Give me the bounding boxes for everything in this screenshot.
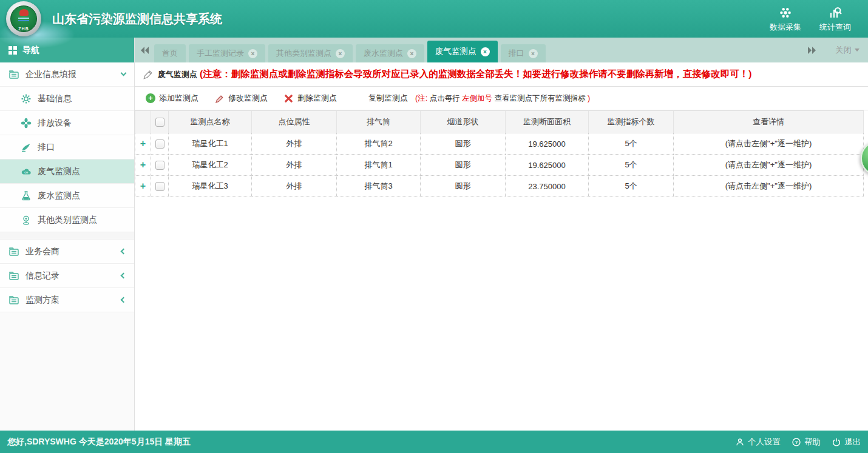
- tab-waste-water-points[interactable]: 废水监测点 ×: [356, 44, 424, 62]
- sidebar-group-monitoring-plan[interactable]: 监测方案: [0, 288, 134, 312]
- page-header: 废气监测点 (注意：删除监测点或删除监测指标会导致所对应已录入的监测数据全部丢失…: [135, 62, 868, 87]
- personal-settings-button[interactable]: 个人设置: [735, 437, 781, 448]
- help-button[interactable]: ? 帮助: [792, 437, 821, 448]
- tab-label: 废水监测点: [364, 48, 403, 59]
- pencil-icon: [142, 69, 152, 79]
- note-part: 左侧加号: [462, 94, 492, 102]
- cell-stack: 排气筒3: [337, 176, 421, 197]
- sidebar-item-emission-equipment[interactable]: 排放设备: [0, 111, 134, 135]
- stats-search-icon: [828, 5, 843, 20]
- logout-button[interactable]: 退出: [832, 437, 861, 448]
- tab-home[interactable]: 首页: [154, 44, 186, 62]
- points-table: 监测点名称 点位属性 排气筒 烟道形状 监测断面面积 监测指标个数 查看详情 +: [135, 110, 864, 197]
- cell-count: 5个: [589, 176, 674, 197]
- sidebar-item-label: 基础信息: [38, 93, 72, 104]
- tabs-scroll-left-button[interactable]: [140, 46, 149, 55]
- sidebar-item-outlet[interactable]: 排口: [0, 135, 134, 159]
- main-area: 导航 企业信息填报: [0, 38, 868, 431]
- sidebar-item-basic-info[interactable]: 基础信息: [0, 87, 134, 111]
- chevron-down-icon: [121, 70, 127, 76]
- gear-icon: [21, 93, 32, 104]
- sidebar-item-waste-gas-points[interactable]: co 废气监测点: [0, 159, 134, 184]
- note-part: 查看监测点下所有监测指标: [495, 94, 586, 102]
- person-icon: [735, 437, 745, 447]
- cell-attr: 外排: [252, 176, 337, 197]
- note-part: 点击每行: [430, 94, 460, 102]
- sidebar-item-label: 排口: [38, 142, 55, 153]
- column-header-detail: 查看详情: [674, 111, 864, 133]
- tab-outlet[interactable]: 排口 ×: [501, 44, 546, 62]
- sidebar-item-other-category-points[interactable]: 其他类别监测点: [0, 208, 134, 232]
- table-row[interactable]: + 瑞星化工1 外排 排气筒2 圆形 19.625000 5个 (请点击左侧"+…: [135, 133, 864, 155]
- sidebar-group-enterprise-info[interactable]: 企业信息填报: [0, 62, 134, 87]
- tab-close-icon[interactable]: ×: [407, 49, 416, 58]
- tab-label: 首页: [162, 48, 178, 59]
- copy-point-button[interactable]: 复制监测点: [368, 93, 408, 104]
- expand-row-button[interactable]: +: [140, 181, 146, 191]
- content-area: 首页 手工监测记录 × 其他类别监测点 × 废水监测点 × 废气监测点 ×: [135, 38, 868, 431]
- cell-attr: 外排: [252, 155, 337, 176]
- help-label: 帮助: [804, 437, 821, 448]
- tab-manual-monitoring-records[interactable]: 手工监测记录 ×: [189, 44, 265, 62]
- checkbox-column-header: [151, 111, 169, 133]
- row-checkbox[interactable]: [155, 139, 164, 149]
- fan-icon: [21, 118, 32, 129]
- folder-list-icon: [8, 246, 19, 257]
- flask-icon: [21, 190, 32, 201]
- folder-list-icon: [8, 270, 19, 281]
- sidebar-group-info-records[interactable]: 信息记录: [0, 264, 134, 288]
- chevron-left-icon: [121, 273, 127, 279]
- cell-name: 瑞星化工3: [169, 176, 252, 197]
- sidebar-item-label: 废水监测点: [38, 190, 80, 201]
- sidebar-group-business-consultation[interactable]: 业务会商: [0, 240, 134, 264]
- folder-list-icon: [8, 295, 19, 306]
- expand-row-button[interactable]: +: [140, 138, 146, 149]
- page-warning-text: (注意：删除监测点或删除监测指标会导致所对应已录入的监测数据全部丢失！如要进行修…: [200, 68, 751, 81]
- stats-query-button[interactable]: 统计查询: [819, 5, 851, 33]
- tabs-scroll-right-button[interactable]: [807, 46, 817, 55]
- double-chevron-left-icon: [140, 46, 149, 55]
- cell-detail: (请点击左侧"+"逐一维护): [674, 133, 864, 155]
- footer: 您好,SDRYSWHG 今天是2020年5月15日 星期五 个人设置 ? 帮助: [0, 431, 868, 453]
- close-tabs-dropdown[interactable]: 关闭: [835, 45, 860, 56]
- cell-name: 瑞星化工1: [169, 133, 252, 155]
- column-header-stack: 排气筒: [337, 111, 421, 133]
- data-collection-button[interactable]: 数据采集: [770, 5, 801, 33]
- tab-close-icon[interactable]: ×: [529, 49, 538, 58]
- cell-stack: 排气筒2: [337, 133, 421, 155]
- column-header-shape: 烟道形状: [421, 111, 506, 133]
- logout-label: 退出: [844, 437, 861, 448]
- cell-area: 19.625000: [506, 155, 589, 176]
- tab-close-icon[interactable]: ×: [248, 49, 257, 58]
- page-title: 废气监测点: [158, 69, 197, 80]
- delete-point-button[interactable]: 删除监测点: [283, 93, 337, 104]
- tab-waste-gas-points[interactable]: 废气监测点 ×: [427, 41, 498, 62]
- add-point-button[interactable]: + 添加监测点: [146, 93, 198, 104]
- app-logo: ZHB: [5, 0, 42, 38]
- toolbar: + 添加监测点 修改监测点 删除监测点 复制监: [135, 87, 868, 110]
- tab-close-icon[interactable]: ×: [481, 47, 490, 56]
- table-row[interactable]: + 瑞星化工2 外排 排气筒1 圆形 19.625000 5个 (请点击左侧"+…: [135, 155, 864, 176]
- tab-other-category-points[interactable]: 其他类别监测点 ×: [268, 44, 353, 62]
- expand-row-button[interactable]: +: [140, 159, 146, 170]
- outlet-swoosh-icon: [21, 142, 32, 153]
- select-all-checkbox[interactable]: [155, 118, 164, 127]
- toolbar-note: (注: 点击每行 左侧加号 查看监测点下所有监测指标 ): [415, 93, 590, 104]
- row-checkbox[interactable]: [155, 161, 164, 170]
- cloud-icon: co: [21, 166, 32, 177]
- cell-shape: 圆形: [421, 133, 506, 155]
- caret-down-icon: [855, 49, 860, 52]
- row-checkbox[interactable]: [155, 182, 164, 191]
- sidebar-item-waste-water-points[interactable]: 废水监测点: [0, 184, 134, 208]
- folder-list-icon: [8, 69, 19, 80]
- personal-settings-label: 个人设置: [748, 437, 781, 448]
- edit-pen-icon: [214, 93, 225, 104]
- tab-close-icon[interactable]: ×: [336, 49, 345, 58]
- sidebar-group-label: 信息记录: [25, 270, 59, 281]
- edit-point-button[interactable]: 修改监测点: [214, 93, 268, 104]
- cell-shape: 圆形: [421, 155, 506, 176]
- chevron-left-icon: [121, 249, 127, 255]
- dots-cluster-icon: [778, 5, 793, 20]
- table-row[interactable]: + 瑞星化工3 外排 排气筒3 圆形 23.750000 5个 (请点击左侧"+…: [135, 176, 864, 197]
- footer-greeting: 您好,SDRYSWHG 今天是2020年5月15日 星期五: [7, 437, 191, 448]
